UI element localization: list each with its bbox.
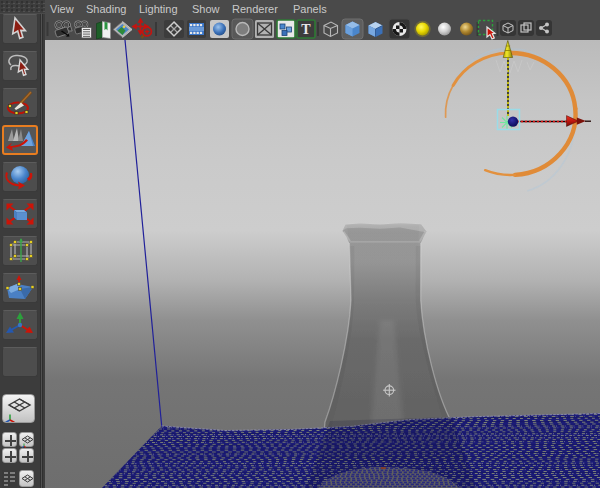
svg-text:T: T bbox=[301, 22, 311, 37]
